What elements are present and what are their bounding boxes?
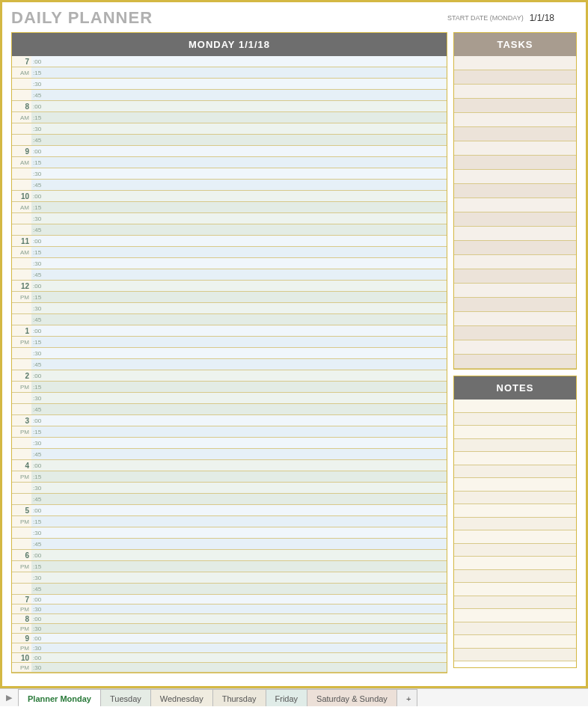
schedule-entry[interactable] — [46, 224, 447, 235]
schedule-entry[interactable] — [46, 79, 447, 89]
note-row[interactable] — [454, 649, 576, 662]
schedule-entry[interactable] — [46, 281, 447, 291]
task-row[interactable] — [454, 284, 576, 298]
schedule-entry[interactable] — [46, 415, 447, 426]
task-row[interactable] — [454, 269, 576, 284]
note-row[interactable] — [454, 439, 576, 453]
task-row[interactable] — [454, 85, 576, 99]
schedule-entry[interactable] — [46, 404, 447, 414]
time-slot[interactable]: :45 — [12, 449, 447, 460]
time-slot[interactable]: :45 — [12, 269, 447, 281]
schedule-entry[interactable] — [46, 539, 447, 549]
time-slot[interactable]: :30 — [12, 79, 447, 90]
schedule-entry[interactable] — [46, 247, 447, 257]
schedule-entry[interactable] — [46, 56, 447, 67]
schedule-entry[interactable] — [46, 393, 447, 403]
schedule-entry[interactable] — [46, 460, 447, 471]
schedule-entry[interactable] — [46, 180, 447, 190]
task-row[interactable] — [454, 355, 576, 369]
note-row[interactable] — [454, 504, 576, 518]
sheet-tab[interactable]: Tuesday — [100, 689, 151, 707]
time-slot[interactable]: 6:00 — [12, 550, 447, 561]
schedule-entry[interactable] — [46, 146, 447, 156]
time-slot[interactable]: 9:00 — [12, 146, 447, 157]
schedule-entry[interactable] — [46, 527, 447, 538]
time-slot[interactable]: :30 — [12, 572, 447, 584]
time-slot[interactable]: 2:00 — [12, 370, 447, 382]
schedule-entry[interactable] — [46, 292, 447, 302]
time-slot[interactable]: :45 — [12, 359, 447, 370]
time-slot[interactable]: AM:15 — [12, 202, 447, 213]
time-slot[interactable]: PM:15 — [12, 516, 447, 527]
schedule-entry[interactable] — [46, 653, 447, 662]
task-row[interactable] — [454, 70, 576, 85]
task-row[interactable] — [454, 312, 576, 326]
schedule-entry[interactable] — [46, 550, 447, 560]
schedule-entry[interactable] — [46, 90, 447, 100]
time-slot[interactable]: 3:00 — [12, 415, 447, 426]
schedule-entry[interactable] — [46, 135, 447, 145]
schedule-entry[interactable] — [46, 471, 447, 482]
time-slot[interactable]: PM:15 — [12, 382, 447, 393]
task-row[interactable] — [454, 184, 576, 198]
time-slot[interactable]: 7:00 — [12, 56, 447, 67]
note-row[interactable] — [454, 413, 576, 426]
note-row[interactable] — [454, 622, 576, 636]
note-row[interactable] — [454, 478, 576, 492]
schedule-entry[interactable] — [46, 325, 447, 336]
schedule-entry[interactable] — [46, 191, 447, 201]
schedule-entry[interactable] — [46, 157, 447, 168]
task-row[interactable] — [454, 56, 576, 70]
schedule-entry[interactable] — [46, 337, 447, 347]
time-slot[interactable]: :45 — [12, 539, 447, 550]
time-slot[interactable]: PM:15 — [12, 561, 447, 572]
time-slot[interactable]: :45 — [12, 90, 447, 101]
schedule-entry[interactable] — [46, 314, 447, 325]
task-row[interactable] — [454, 227, 576, 241]
schedule-entry[interactable] — [46, 359, 447, 370]
schedule-entry[interactable] — [46, 516, 447, 527]
note-row[interactable] — [454, 544, 576, 557]
sheet-tab[interactable]: Friday — [266, 689, 308, 707]
task-row[interactable] — [454, 298, 576, 312]
time-slot[interactable]: :45 — [12, 135, 447, 146]
time-slot[interactable]: PM:15 — [12, 471, 447, 483]
time-slot[interactable]: :30 — [12, 168, 447, 180]
schedule-entry[interactable] — [46, 449, 447, 459]
note-row[interactable] — [454, 570, 576, 584]
note-row[interactable] — [454, 465, 576, 479]
time-slot[interactable]: :45 — [12, 584, 447, 595]
task-row[interactable] — [454, 127, 576, 141]
time-slot[interactable]: AM:15 — [12, 67, 447, 79]
time-slot[interactable]: 8:00 — [12, 614, 447, 624]
schedule-entry[interactable] — [46, 236, 447, 246]
schedule-entry[interactable] — [46, 561, 447, 572]
schedule-entry[interactable] — [46, 202, 447, 212]
time-slot[interactable]: :30 — [12, 348, 447, 359]
schedule-entry[interactable] — [46, 624, 447, 633]
time-slot[interactable]: PM:30 — [12, 663, 447, 673]
note-row[interactable] — [454, 609, 576, 622]
schedule-entry[interactable] — [46, 382, 447, 392]
schedule-entry[interactable] — [46, 213, 447, 224]
task-row[interactable] — [454, 170, 576, 184]
time-slot[interactable]: PM:15 — [12, 337, 447, 348]
task-row[interactable] — [454, 326, 576, 340]
note-row[interactable] — [454, 530, 576, 544]
task-row[interactable] — [454, 99, 576, 113]
schedule-entry[interactable] — [46, 483, 447, 493]
time-slot[interactable]: 11:00 — [12, 236, 447, 247]
time-slot[interactable]: 12:00 — [12, 281, 447, 292]
note-row[interactable] — [454, 635, 576, 649]
time-slot[interactable]: 9:00 — [12, 634, 447, 643]
time-slot[interactable]: PM:30 — [12, 624, 447, 634]
add-sheet-button[interactable]: + — [396, 689, 417, 707]
time-slot[interactable]: :45 — [12, 314, 447, 325]
time-slot[interactable]: :30 — [12, 258, 447, 269]
sheet-tab[interactable]: Wednesday — [150, 689, 213, 707]
schedule-entry[interactable] — [46, 494, 447, 504]
time-slot[interactable]: PM:15 — [12, 292, 447, 303]
schedule-entry[interactable] — [46, 438, 447, 448]
sheet-tab[interactable]: Planner Monday — [18, 689, 101, 707]
note-row[interactable] — [454, 583, 576, 596]
